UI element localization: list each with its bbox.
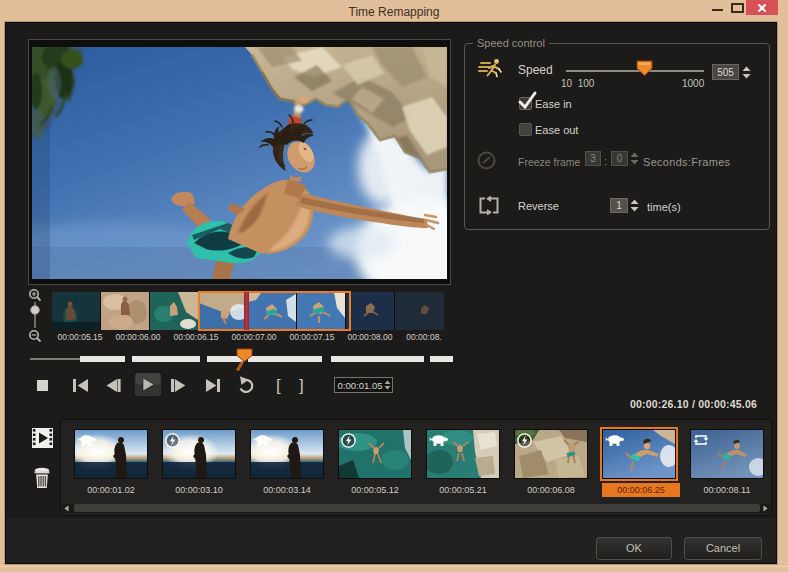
svg-text:]: ] [299, 376, 304, 395]
svg-text:[: [ [276, 376, 281, 395]
